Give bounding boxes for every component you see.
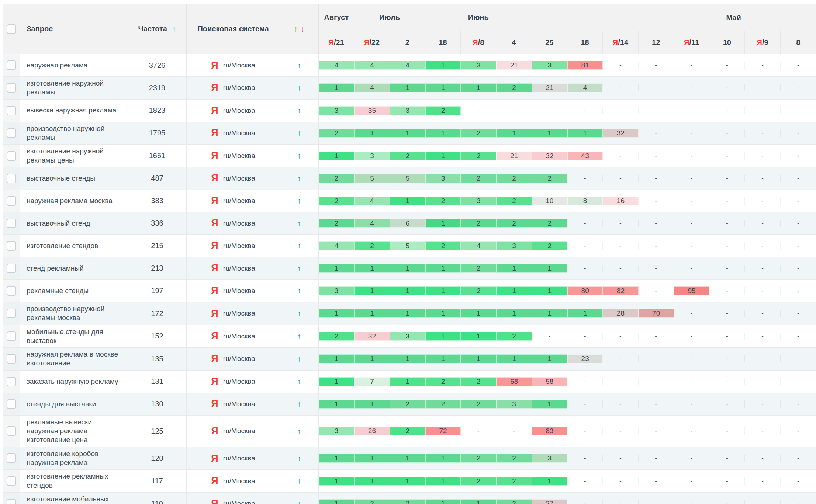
empty-position-cell: -	[603, 107, 638, 114]
row-checkbox[interactable]	[7, 309, 16, 318]
position-cell: 1	[319, 477, 354, 486]
empty-position-cell: -	[781, 220, 816, 227]
row-checkbox[interactable]	[7, 241, 16, 251]
position-cell: 1	[319, 499, 354, 504]
position-cell: 2	[354, 499, 390, 504]
position-cell: 1	[425, 152, 461, 160]
query-cell: изготовление стендов	[20, 235, 128, 257]
position-cell: 1	[496, 286, 532, 295]
empty-position-cell: -	[745, 378, 780, 385]
empty-position-cell: -	[603, 84, 638, 91]
empty-position-cell: -	[781, 455, 816, 462]
date-column-header[interactable]: 2	[390, 31, 425, 54]
empty-position-cell: -	[674, 455, 709, 462]
position-cells: 1111221-------	[319, 470, 816, 492]
position-cell: 1	[319, 152, 354, 160]
row-checkbox[interactable]	[7, 128, 16, 138]
row-checkbox-cell	[3, 100, 20, 122]
row-checkbox[interactable]	[7, 219, 16, 228]
empty-position-cell: -	[461, 107, 496, 114]
row-checkbox[interactable]	[7, 399, 16, 409]
empty-position-cell: -	[461, 427, 496, 435]
month-label: Июнь	[468, 13, 489, 22]
frequency-cell: 1823	[128, 100, 187, 122]
sort-ascending-icon[interactable]: ↑	[172, 25, 176, 34]
empty-position-cell: -	[639, 242, 674, 250]
row-checkbox[interactable]	[7, 151, 16, 161]
position-cell: 3	[354, 152, 390, 160]
query-cell: изготовление наружной рекламы цены	[20, 145, 128, 167]
row-checkbox[interactable]	[7, 83, 16, 93]
date-column-header[interactable]: Я/14	[603, 31, 638, 54]
row-checkbox[interactable]	[7, 426, 16, 436]
position-cell: 4	[390, 61, 425, 70]
date-column-header[interactable]: Я/11	[674, 31, 709, 54]
row-checkbox[interactable]	[7, 106, 16, 115]
frequency-cell: 120	[128, 447, 187, 470]
date-column-header[interactable]: 8	[781, 31, 816, 54]
date-column-header[interactable]: 18	[567, 31, 603, 54]
date-column-header[interactable]: 4	[496, 31, 532, 54]
empty-position-cell: -	[674, 427, 709, 435]
select-all-checkbox[interactable]	[7, 24, 16, 34]
date-column-header[interactable]: Я/22	[354, 31, 390, 54]
empty-position-cell: -	[709, 220, 745, 227]
region-label: ru/Москва	[223, 378, 255, 386]
row-checkbox-cell	[3, 54, 20, 76]
trend-up-icon[interactable]: ↑	[294, 24, 298, 34]
search-engine-cell: Яru/Москва	[187, 493, 280, 504]
frequency-cell: 110	[128, 493, 187, 504]
query-cell: наружная реклама	[20, 54, 128, 76]
empty-position-cell: -	[781, 310, 816, 317]
row-checkbox[interactable]	[7, 499, 16, 504]
position-cell: 3	[390, 106, 425, 115]
row-checkbox-cell	[3, 416, 20, 447]
position-cell: 3	[461, 61, 496, 70]
position-cell: 2	[425, 241, 461, 250]
position-cell: 1	[425, 499, 461, 504]
position-cells: 2111211132-----	[319, 122, 816, 145]
query-cell: изготовление наружной рекламы	[20, 77, 128, 99]
position-cell: 1	[425, 219, 461, 228]
row-checkbox[interactable]	[7, 453, 16, 463]
yandex-icon: Я	[211, 330, 218, 342]
row-checkbox[interactable]	[7, 196, 16, 206]
position-cell: 1	[319, 454, 354, 463]
row-checkbox[interactable]	[7, 377, 16, 386]
row-checkbox[interactable]	[7, 264, 16, 273]
search-engine-cell: Яru/Москва	[187, 122, 280, 145]
row-checkbox[interactable]	[7, 174, 16, 183]
row-checkbox[interactable]	[7, 60, 16, 70]
row-checkbox[interactable]	[7, 331, 16, 341]
table-row: изготовление стендов215Яru/Москва↑425243…	[3, 235, 816, 257]
row-checkbox[interactable]	[7, 286, 16, 296]
position-cell: 1	[354, 286, 390, 295]
empty-position-cell: -	[639, 477, 674, 485]
empty-position-cell: -	[639, 427, 674, 435]
position-cell: 1	[354, 264, 390, 273]
date-column-header[interactable]: 12	[639, 31, 674, 54]
month-label: Май	[726, 13, 741, 22]
date-column-header[interactable]: 10	[709, 31, 745, 54]
position-cell: 1	[532, 129, 567, 138]
query-cell: стенды для выставки	[20, 393, 128, 415]
trend-up-arrow: ↑	[297, 106, 301, 115]
position-cell: 2	[425, 106, 461, 115]
date-column-header[interactable]: 18	[425, 31, 461, 54]
position-cell: 1	[496, 264, 532, 273]
trend-down-icon[interactable]: ↓	[301, 24, 305, 34]
row-checkbox[interactable]	[7, 476, 16, 486]
column-header-trend-filter[interactable]: ↑ ↓	[280, 4, 319, 54]
position-cell: 4	[354, 219, 390, 228]
date-column-header[interactable]: Я/8	[461, 31, 496, 54]
row-checkbox-cell	[3, 280, 20, 302]
date-column-header[interactable]: 25	[532, 31, 567, 54]
date-column-header[interactable]: Я/21	[319, 31, 354, 54]
date-column-header[interactable]: Я/9	[745, 31, 780, 54]
empty-position-cell: -	[709, 500, 745, 504]
empty-position-cell: -	[603, 455, 638, 462]
trend-up-arrow: ↑	[297, 286, 301, 295]
frequency-cell: 172	[128, 302, 187, 325]
column-header-frequency[interactable]: Частота ↑	[128, 4, 187, 54]
row-checkbox[interactable]	[7, 354, 16, 364]
